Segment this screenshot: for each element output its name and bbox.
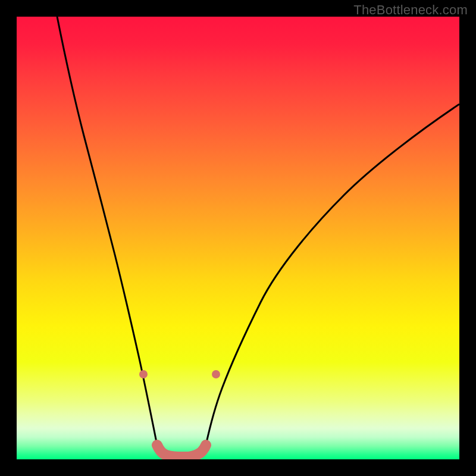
left-dot-marker (139, 370, 148, 378)
plot-area (17, 17, 459, 459)
right-curve (206, 104, 459, 445)
watermark-label: TheBottleneck.com (353, 2, 468, 18)
chart-frame: TheBottleneck.com (0, 0, 476, 476)
curve-overlay (17, 17, 459, 459)
right-dot-marker (212, 370, 220, 378)
valley-bottom (157, 445, 206, 457)
left-curve (57, 17, 157, 445)
